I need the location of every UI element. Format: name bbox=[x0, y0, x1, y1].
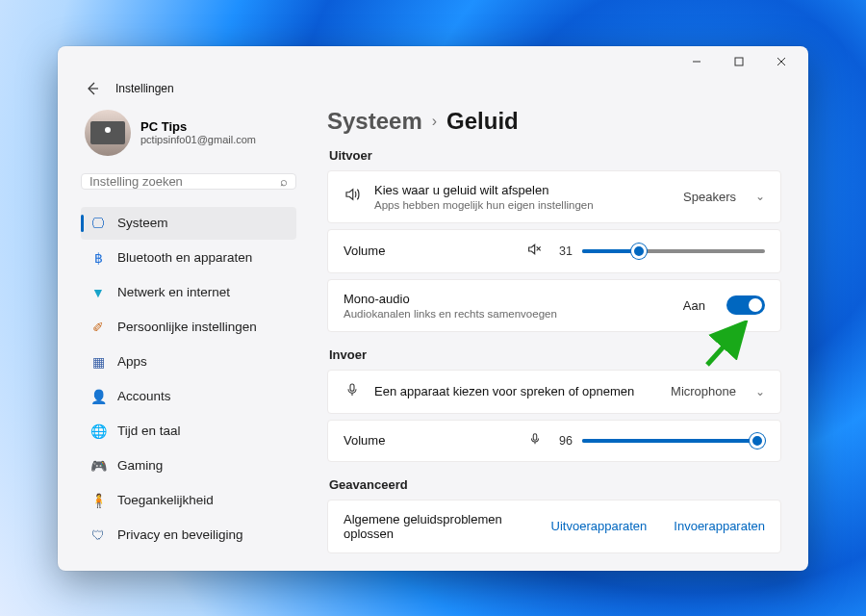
account-profile[interactable]: PC Tips pctipsinfo01@gmail.com bbox=[81, 106, 296, 173]
card-title: Kies waar u geluid wilt afspelen bbox=[374, 183, 670, 197]
mono-audio-toggle[interactable] bbox=[726, 295, 765, 315]
card-title: Algemene geluidsproblemen oplossen bbox=[344, 512, 538, 541]
input-device-card[interactable]: Een apparaat kiezen voor spreken of opne… bbox=[327, 370, 781, 414]
nav-item-time-language[interactable]: 🌐 Tijd en taal bbox=[81, 415, 296, 448]
accessibility-icon: 🧍 bbox=[90, 493, 106, 508]
input-device-value: Microphone bbox=[671, 384, 736, 398]
nav-item-apps[interactable]: ▦ Apps bbox=[81, 346, 296, 378]
bluetooth-icon: ฿ bbox=[90, 250, 106, 266]
nav-item-accessibility[interactable]: 🧍 Toegankelijkheid bbox=[81, 484, 296, 517]
nav-label: Persoonlijke instellingen bbox=[117, 320, 257, 334]
chevron-right-icon: › bbox=[432, 113, 437, 130]
card-subtitle: Apps hebben mogelijk hun eigen instellin… bbox=[374, 199, 670, 211]
titlebar bbox=[58, 46, 808, 77]
output-volume-slider[interactable] bbox=[582, 244, 765, 259]
minimize-button[interactable] bbox=[675, 48, 718, 75]
update-icon: ⟳ bbox=[90, 562, 106, 563]
nav-label: Systeem bbox=[117, 216, 168, 230]
header: Instellingen bbox=[58, 77, 808, 106]
svg-rect-10 bbox=[533, 433, 537, 439]
globe-icon: 🌐 bbox=[90, 424, 106, 439]
microphone-icon[interactable] bbox=[528, 432, 542, 449]
sidebar: PC Tips pctipsinfo01@gmail.com ⌕ 🖵 Syste… bbox=[65, 106, 302, 563]
card-title: Mono-audio bbox=[344, 292, 670, 306]
nav-label: Toegankelijkheid bbox=[117, 493, 214, 507]
nav-label: Bluetooth en apparaten bbox=[117, 250, 252, 265]
nav-label: Netwerk en internet bbox=[117, 285, 230, 299]
card-title: Volume bbox=[344, 433, 515, 448]
card-title: Volume bbox=[344, 244, 513, 258]
card-title: Een apparaat kiezen voor spreken of opne… bbox=[374, 384, 657, 398]
chevron-down-icon: ⌄ bbox=[755, 385, 765, 398]
main-content: Systeem › Geluid Uitvoer Kies waar u gel… bbox=[302, 106, 801, 563]
svg-rect-1 bbox=[735, 58, 743, 65]
input-volume-value: 96 bbox=[551, 434, 573, 448]
nav-item-system[interactable]: 🖵 Systeem bbox=[81, 207, 296, 240]
nav-label: Windows Update bbox=[117, 562, 216, 563]
back-button[interactable] bbox=[81, 77, 104, 100]
nav-label: Gaming bbox=[117, 458, 163, 473]
section-output-label: Uitvoer bbox=[329, 148, 781, 163]
input-volume-card: Volume 96 bbox=[327, 420, 781, 462]
nav-item-gaming[interactable]: 🎮 Gaming bbox=[81, 449, 296, 482]
nav-label: Privacy en beveiliging bbox=[117, 527, 243, 542]
settings-window: Instellingen PC Tips pctipsinfo01@gmail.… bbox=[58, 46, 808, 571]
output-volume-card: Volume 31 bbox=[327, 229, 781, 273]
output-volume-value: 31 bbox=[551, 244, 573, 258]
gaming-icon: 🎮 bbox=[90, 458, 106, 474]
nav-label: Tijd en taal bbox=[117, 424, 181, 438]
toggle-state-label: Aan bbox=[683, 298, 705, 313]
nav-label: Apps bbox=[117, 354, 147, 369]
input-volume-slider[interactable] bbox=[582, 433, 765, 449]
mono-audio-card: Mono-audio Audiokanalen links en rechts … bbox=[327, 279, 781, 332]
nav-item-windows-update[interactable]: ⟳ Windows Update bbox=[81, 553, 296, 563]
nav-item-privacy[interactable]: 🛡 Privacy en beveiliging bbox=[81, 519, 296, 552]
nav-item-personalization[interactable]: ✐ Persoonlijke instellingen bbox=[81, 311, 296, 344]
nav-item-accounts[interactable]: 👤 Accounts bbox=[81, 380, 296, 413]
output-device-card[interactable]: Kies waar u geluid wilt afspelen Apps he… bbox=[327, 170, 781, 223]
nav-item-bluetooth[interactable]: ฿ Bluetooth en apparaten bbox=[81, 242, 296, 274]
breadcrumb-current: Geluid bbox=[446, 108, 519, 135]
microphone-icon bbox=[344, 382, 361, 401]
mute-icon[interactable] bbox=[526, 242, 542, 261]
breadcrumb: Systeem › Geluid bbox=[327, 108, 781, 135]
person-icon: 👤 bbox=[90, 389, 106, 404]
search-icon: ⌕ bbox=[280, 174, 288, 189]
brush-icon: ✐ bbox=[90, 320, 106, 335]
output-device-value: Speakers bbox=[683, 190, 736, 204]
apps-icon: ▦ bbox=[90, 354, 106, 370]
profile-email: pctipsinfo01@gmail.com bbox=[140, 134, 256, 145]
nav-label: Accounts bbox=[117, 389, 171, 403]
svg-rect-8 bbox=[350, 384, 354, 391]
speaker-icon bbox=[344, 186, 361, 207]
nav-item-network[interactable]: ▼ Netwerk en internet bbox=[81, 276, 296, 309]
search-input[interactable]: ⌕ bbox=[81, 173, 296, 190]
avatar bbox=[85, 110, 131, 156]
troubleshoot-output-link[interactable]: Uitvoerapparaten bbox=[551, 519, 648, 533]
wifi-icon: ▼ bbox=[90, 285, 106, 300]
shield-icon: 🛡 bbox=[90, 527, 106, 543]
profile-name: PC Tips bbox=[140, 119, 256, 134]
display-icon: 🖵 bbox=[90, 216, 106, 231]
maximize-button[interactable] bbox=[718, 48, 760, 75]
search-field[interactable] bbox=[89, 174, 280, 189]
breadcrumb-parent[interactable]: Systeem bbox=[327, 108, 422, 135]
troubleshoot-input-link[interactable]: Invoerapparaten bbox=[674, 519, 765, 533]
close-button[interactable] bbox=[760, 48, 802, 75]
troubleshoot-card: Algemene geluidsproblemen oplossen Uitvo… bbox=[327, 500, 781, 553]
chevron-down-icon: ⌄ bbox=[755, 190, 765, 203]
section-input-label: Invoer bbox=[329, 347, 781, 362]
window-title: Instellingen bbox=[115, 82, 174, 95]
card-subtitle: Audiokanalen links en rechts samenvoegen bbox=[344, 308, 670, 320]
section-advanced-label: Geavanceerd bbox=[329, 477, 781, 492]
nav-list: 🖵 Systeem ฿ Bluetooth en apparaten ▼ Net… bbox=[81, 207, 296, 563]
